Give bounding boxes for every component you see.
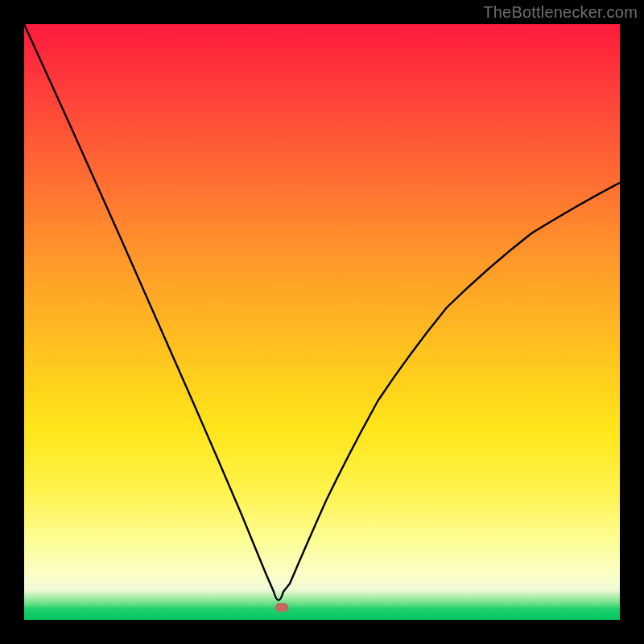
plot-area	[24, 24, 620, 620]
curve-path	[24, 24, 620, 601]
chart-frame: TheBottlenecker.com	[0, 0, 644, 644]
watermark-text: TheBottlenecker.com	[483, 3, 638, 22]
bottleneck-curve	[24, 24, 620, 620]
optimal-point-marker	[275, 603, 288, 612]
